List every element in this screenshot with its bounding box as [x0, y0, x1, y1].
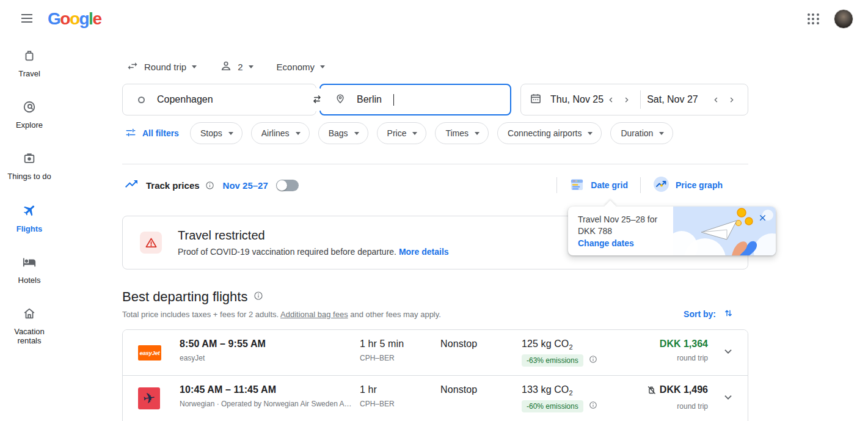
hotel-icon [23, 255, 36, 271]
return-date-next-button[interactable] [724, 96, 739, 104]
info-icon[interactable] [589, 401, 597, 412]
departure-date-previous-button[interactable] [604, 96, 619, 104]
passengers-dropdown[interactable]: 2 [220, 60, 253, 74]
filter-chip-duration[interactable]: Duration [610, 122, 673, 144]
no-carryon-bag-icon [646, 385, 657, 395]
cabin-class-dropdown[interactable]: Economy [277, 62, 326, 72]
track-prices-toggle[interactable] [276, 180, 299, 191]
flight-row-easyjet[interactable]: easyJet 8:50 AM – 9:55 AM easyJet 1 hr 5… [123, 330, 748, 376]
departure-date-field[interactable]: Thu, Nov 25 [530, 84, 634, 115]
top-bar: Google [0, 0, 868, 38]
return-date-previous-button[interactable] [709, 96, 724, 104]
trip-type-dropdown[interactable]: Round trip [126, 60, 197, 74]
sidebar-item-flights[interactable]: Flights [2, 203, 56, 233]
view-buttons: Date grid Price graph [556, 176, 748, 194]
text-cursor [393, 94, 395, 106]
avatar[interactable] [834, 9, 853, 29]
google-logo[interactable]: Google [48, 10, 101, 27]
main-content: Round trip 2 Economy Copenhagen [122, 38, 748, 421]
emissions-cell: 125 kg CO2 -63% emissions [522, 330, 635, 367]
sidebar-item-vacation-rentals[interactable]: Vacation rentals [2, 307, 56, 345]
track-prices-date-range[interactable]: Nov 25–27 [223, 180, 268, 191]
origin-value: Copenhagen [157, 94, 213, 105]
chevron-down-icon [320, 65, 325, 68]
date-divider [640, 90, 641, 109]
airline-logo: easyJet [123, 345, 180, 361]
flight-icon [22, 203, 37, 220]
warning-message: Proof of COVID-19 vaccination required b… [178, 247, 449, 257]
search-controls: Round trip 2 Economy [122, 58, 748, 75]
origin-field[interactable]: Copenhagen [122, 84, 316, 115]
destination-value: Berlin [357, 94, 382, 105]
sort-by-button[interactable]: Sort by: [684, 308, 734, 320]
airline-logo: ✈ [123, 387, 180, 409]
change-dates-link[interactable]: Change dates [578, 238, 634, 248]
return-date-value: Sat, Nov 27 [647, 94, 698, 105]
round-trip-icon [126, 60, 139, 74]
carrier-info: easyJet [180, 354, 354, 362]
google-apps-icon[interactable] [808, 13, 819, 25]
filter-chip-stops[interactable]: Stops [190, 122, 243, 144]
filter-chip-times[interactable]: Times [435, 122, 489, 144]
warning-icon [140, 232, 162, 254]
info-icon[interactable] [589, 355, 597, 366]
chevron-down-icon [659, 132, 664, 135]
popup-close-button[interactable] [755, 211, 770, 226]
departure-date-next-button[interactable] [619, 96, 634, 104]
date-grid-button[interactable]: Date grid [557, 177, 640, 194]
stops-value: Nonstop [440, 384, 522, 395]
info-icon[interactable] [253, 291, 263, 303]
stops-value: Nonstop [440, 339, 522, 350]
flight-times-cell: 10:45 AM – 11:45 AM Norwegian · Operated… [180, 376, 360, 408]
expand-flight-button[interactable] [708, 390, 748, 406]
sidebar-item-hotels[interactable]: Hotels [2, 255, 56, 285]
dates-field: Thu, Nov 25 Sat, Nov 27 [520, 84, 748, 115]
more-details-link[interactable]: More details [399, 247, 449, 257]
camera-icon [23, 152, 36, 167]
explore-icon [23, 100, 36, 116]
return-date-field[interactable]: Sat, Nov 27 [647, 84, 739, 115]
emissions-cell: 133 kg CO2 -60% emissions [522, 376, 635, 412]
additional-bag-fees-link[interactable]: Additional bag fees [280, 310, 348, 319]
info-icon[interactable] [205, 181, 214, 190]
all-filters-button[interactable]: All filters [125, 127, 179, 140]
chevron-down-icon [475, 132, 480, 135]
co2-value: 133 kg CO2 [522, 384, 635, 397]
close-icon [759, 214, 767, 224]
duration-cell: 1 hr 5 min CPH–BER [360, 330, 440, 362]
sidebar: Travel Explore Things to do Flights Hote… [0, 38, 59, 367]
duration-cell: 1 hr CPH–BER [360, 376, 440, 408]
filter-chip-price[interactable]: Price [377, 122, 427, 144]
expand-flight-button[interactable] [708, 345, 748, 361]
price-note: round trip [635, 354, 708, 362]
sidebar-item-travel[interactable]: Travel [2, 49, 56, 78]
destination-field[interactable]: Berlin [319, 84, 511, 115]
track-prices-row: Track prices Nov 25–27 Date grid [122, 175, 748, 196]
chevron-down-icon [412, 132, 417, 135]
results-header: Best departing flights Total price inclu… [122, 289, 748, 319]
topbar-right [808, 9, 853, 29]
flight-row-norwegian[interactable]: ✈ 10:45 AM – 11:45 AM Norwegian · Operat… [123, 376, 748, 421]
hamburger-menu-button[interactable] [15, 7, 39, 31]
chevron-down-icon [228, 132, 233, 135]
flight-times: 8:50 AM – 9:55 AM [180, 339, 360, 350]
warning-text: Travel restricted Proof of COVID-19 vacc… [178, 229, 449, 257]
filter-chip-connecting-airports[interactable]: Connecting airports [497, 122, 602, 144]
sidebar-item-things-to-do[interactable]: Things to do [2, 152, 56, 181]
filter-chip-bags[interactable]: Bags [318, 122, 368, 144]
stops-cell: Nonstop [440, 330, 522, 350]
house-icon [23, 307, 36, 323]
price-graph-button[interactable]: Price graph [641, 176, 735, 194]
sidebar-item-explore[interactable]: Explore [2, 100, 56, 130]
flight-results-list: easyJet 8:50 AM – 9:55 AM easyJet 1 hr 5… [122, 329, 748, 421]
location-pin-icon [335, 93, 346, 106]
flight-duration: 1 hr 5 min [360, 339, 440, 350]
swap-origin-destination-button[interactable] [305, 88, 329, 111]
emissions-badge: -63% emissions [522, 354, 583, 367]
person-icon [220, 60, 232, 74]
carrier-info: Norwegian · Operated by Norwegian Air Sw… [180, 400, 354, 408]
flight-route: CPH–BER [360, 354, 440, 362]
filter-chip-airlines[interactable]: Airlines [251, 122, 310, 144]
luggage-icon [23, 49, 36, 65]
results-subtitle: Total price includes taxes + fees for 2 … [122, 310, 748, 319]
